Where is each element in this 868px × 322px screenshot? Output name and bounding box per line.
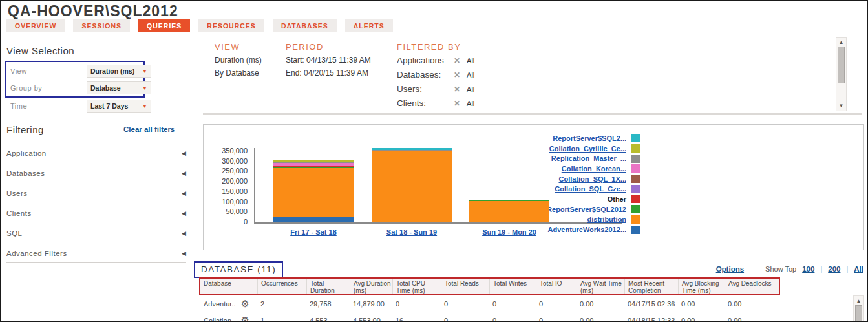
summary-scrollbar[interactable]: ▲ ▼ <box>836 37 847 111</box>
bar-segment[interactable] <box>273 166 354 167</box>
column-header[interactable]: Avg Wait Time (ms) <box>577 279 624 294</box>
database-name-cell[interactable]: Collation_..⚙ <box>199 316 256 322</box>
chevron-down-icon: ▼ <box>142 85 147 91</box>
legend-label[interactable]: ReportServer$SQL2012 <box>547 206 626 213</box>
remove-filter-icon[interactable]: ✕ <box>454 70 460 80</box>
legend-label[interactable]: Collation_Korean... <box>562 165 626 173</box>
database-name-cell[interactable]: Adventur..⚙ <box>199 299 256 308</box>
groupby-selector-label: Group by <box>10 84 42 92</box>
y-axis-tick-label: 50,000 <box>206 208 248 215</box>
legend-label[interactable]: distribution <box>587 215 627 223</box>
bar-segment[interactable] <box>273 163 354 166</box>
column-header[interactable]: Total Reads <box>441 279 489 294</box>
groupby-selector-row: Group by Database ▼ <box>10 81 191 95</box>
table-cell: 0 <box>391 300 439 308</box>
bar-segment[interactable] <box>372 151 452 222</box>
chevron-down-icon: ▼ <box>142 69 147 74</box>
column-header[interactable]: Avg Deadlocks <box>725 279 779 294</box>
view-selection-heading: View Selection <box>6 45 74 56</box>
scroll-up-icon[interactable]: ▲ <box>854 298 863 304</box>
column-header[interactable]: Occurrences <box>257 279 306 294</box>
tab-resources[interactable]: RESOURCES <box>198 19 264 32</box>
table-header-row: DatabaseOccurrencesTotal Duration (ms)Av… <box>199 277 780 295</box>
legend-label[interactable]: ReportServer$SQL2... <box>553 134 626 142</box>
bar-segment[interactable] <box>273 162 354 163</box>
tab-sessions[interactable]: SESSIONS <box>73 19 130 32</box>
tab-databases[interactable]: DATABASES <box>273 19 337 32</box>
scroll-down-icon[interactable]: ▼ <box>836 103 846 109</box>
scrollbar-thumb[interactable] <box>855 305 862 322</box>
table-options-row: Options Show Top 100 | 200 | All <box>716 265 863 273</box>
legend-item: Collation_Korean... <box>547 164 640 174</box>
scrollbar-thumb[interactable] <box>838 47 845 83</box>
bar-segment[interactable] <box>273 167 354 168</box>
filtered-by-applications: Applications ✕ All <box>397 56 474 65</box>
show-top-100-link[interactable]: 100 <box>802 265 814 273</box>
column-header[interactable]: Total IO <box>536 279 577 294</box>
page-title: QA-HOOVER\SQL2012 <box>8 3 178 20</box>
table-cell: 14,879.00 <box>348 300 391 308</box>
filter-databases[interactable]: Databases◀ <box>6 165 186 182</box>
period-heading: PERIOD <box>286 42 324 52</box>
tab-overview[interactable]: OVERVIEW <box>6 19 65 32</box>
table-cell: 4,553 <box>305 317 348 322</box>
filter-clients[interactable]: Clients◀ <box>6 205 186 222</box>
legend-label[interactable]: Collation_SQL_1X... <box>558 175 626 183</box>
legend-label[interactable]: Replication_Master_... <box>551 155 626 162</box>
options-link[interactable]: Options <box>716 265 744 273</box>
remove-filter-icon[interactable]: ✕ <box>454 85 460 94</box>
show-top-all-link[interactable]: All <box>854 265 863 273</box>
table-cell: 0.00 <box>677 317 723 322</box>
remove-filter-icon[interactable]: ✕ <box>454 99 460 108</box>
bar-segment[interactable] <box>372 150 452 151</box>
filter-application[interactable]: Application◀ <box>6 145 186 162</box>
chart-y-axis <box>254 148 255 223</box>
legend-color-swatch <box>631 175 640 183</box>
time-dropdown[interactable]: Last 7 Days ▼ <box>87 100 151 113</box>
column-header[interactable]: Avg Blocking Time (ms) <box>678 279 725 294</box>
view-summary-line1: Duration (ms) <box>215 56 262 65</box>
view-dropdown[interactable]: Duration (ms) ▼ <box>87 65 151 78</box>
bar-segment[interactable] <box>273 168 354 217</box>
column-header[interactable]: Database <box>200 279 257 294</box>
column-header[interactable]: Most Recent Completion <box>624 279 678 294</box>
gear-icon[interactable]: ⚙ <box>241 299 249 308</box>
legend-item: Collation_Cyrillic_Ce... <box>547 144 640 154</box>
column-header[interactable]: Avg Duration (ms) <box>350 279 392 294</box>
groupby-dropdown[interactable]: Database ▼ <box>87 81 151 94</box>
bar-segment[interactable] <box>372 148 452 150</box>
filter-advanced[interactable]: Advanced Filters◀ <box>6 245 186 263</box>
scroll-up-icon[interactable]: ▲ <box>836 39 846 45</box>
column-header[interactable]: Total Writes <box>489 279 536 294</box>
gear-icon[interactable]: ⚙ <box>241 316 249 322</box>
table-scrollbar[interactable]: ▲ <box>853 295 864 322</box>
bar-segment[interactable] <box>469 201 549 222</box>
x-axis-category-link[interactable]: Fri 17 - Sat 18 <box>273 228 354 236</box>
remove-filter-icon[interactable]: ✕ <box>454 56 460 65</box>
bar-segment[interactable] <box>273 217 354 222</box>
legend-item: AdventureWorks2012... <box>547 224 640 235</box>
bar-segment[interactable] <box>273 160 354 162</box>
table-cell: 0 <box>535 300 575 308</box>
column-header[interactable]: Total Duration (ms) <box>306 279 350 294</box>
bar-segment[interactable] <box>469 200 549 201</box>
legend-label[interactable]: Collation_SQL_Cze... <box>555 185 626 193</box>
bar-segment[interactable] <box>469 200 549 200</box>
legend-label[interactable]: Collation_Cyrillic_Ce... <box>549 145 626 153</box>
filter-users[interactable]: Users◀ <box>6 185 186 202</box>
collapse-triangle-icon: ◀ <box>182 210 186 217</box>
clear-all-filters-link[interactable]: Clear all filters <box>123 125 175 133</box>
database-count-label: DATABASE (11) <box>194 261 283 278</box>
tab-queries[interactable]: QUERIES <box>138 19 190 32</box>
x-axis-category-link[interactable]: Sun 19 - Mon 20 <box>469 228 549 236</box>
legend-item: Replication_Master_... <box>547 153 640 164</box>
legend-label[interactable]: AdventureWorks2012... <box>548 226 626 233</box>
show-top-200-link[interactable]: 200 <box>828 265 840 273</box>
legend-item: Collation_SQL_Cze... <box>547 184 640 194</box>
x-axis-category-link[interactable]: Sat 18 - Sun 19 <box>372 228 452 236</box>
legend-color-swatch <box>631 205 640 213</box>
tab-alerts[interactable]: ALERTS <box>345 19 393 32</box>
table-cell: 0.00 <box>575 300 623 308</box>
column-header[interactable]: Total CPU Time (ms) <box>392 279 441 294</box>
filter-sql[interactable]: SQL◀ <box>6 225 186 242</box>
